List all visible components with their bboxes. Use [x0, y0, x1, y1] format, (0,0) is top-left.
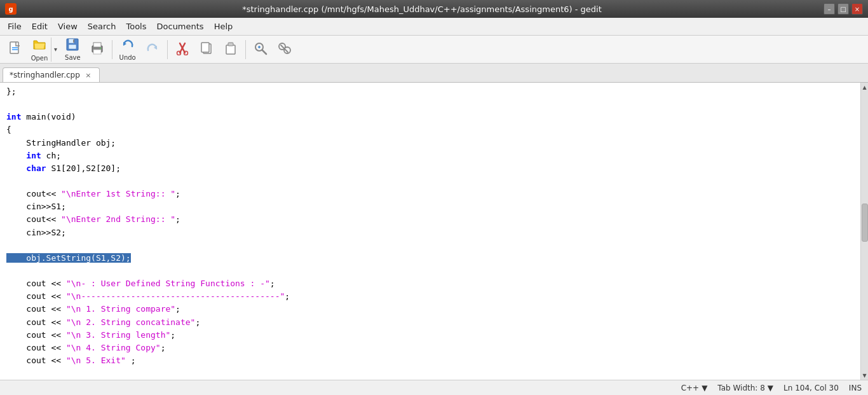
status-language[interactable]: C++ ▼	[681, 384, 708, 392]
svg-rect-18	[201, 43, 209, 52]
svg-rect-6	[73, 39, 74, 43]
toolbar-separator-1	[112, 40, 112, 59]
window-title: *stringhandler.cpp (/mnt/hgfs/Mahesh_Udd…	[20, 4, 824, 14]
save-button[interactable]: Save	[61, 38, 85, 62]
open-dropdown-arrow[interactable]: ▾	[51, 38, 60, 62]
scroll-track[interactable]	[861, 92, 869, 371]
code-line: int ch;	[0, 149, 860, 162]
menu-file[interactable]: File	[3, 19, 27, 34]
maximize-button[interactable]: □	[837, 3, 849, 15]
menu-search[interactable]: Search	[83, 19, 121, 34]
code-line: cout << "\n 5. Exit" ;	[0, 354, 860, 367]
code-line: {	[0, 123, 860, 136]
svg-rect-20	[228, 43, 233, 46]
chevron-down-icon: ▾	[54, 46, 57, 53]
code-line: cout << "\n 2. String concatinate";	[0, 316, 860, 329]
code-line: cout << "\n-----------------------------…	[0, 290, 860, 303]
paste-button[interactable]	[219, 38, 242, 62]
toolbar: Open ▾ Save	[0, 36, 868, 64]
print-icon	[90, 41, 104, 57]
code-line: char S1[20],S2[20];	[0, 162, 860, 175]
code-line	[0, 98, 860, 111]
svg-point-10	[99, 48, 100, 49]
statusbar: C++ ▼ Tab Width: 8 ▼ Ln 104, Col 30 INS	[0, 380, 868, 395]
code-line: obj.SetString(S1,S2);	[0, 252, 860, 265]
code-line: cout << "\n 4. String Copy";	[0, 342, 860, 354]
open-button[interactable]: Open ▾	[28, 38, 60, 62]
code-line: cout << "\n 3. String length";	[0, 329, 860, 342]
svg-line-28	[281, 45, 284, 48]
code-line: cin>>S2;	[0, 226, 860, 239]
code-line	[0, 239, 860, 252]
app-icon: g	[5, 3, 17, 15]
replace-button[interactable]	[273, 38, 296, 62]
tab-label: *stringhandler.cpp	[10, 71, 80, 80]
save-icon	[65, 38, 79, 53]
editor-container: }; int main(void){ StringHandler obj; in…	[0, 83, 868, 380]
svg-rect-8	[93, 43, 101, 47]
paste-icon	[224, 41, 238, 57]
menu-view[interactable]: View	[53, 19, 83, 34]
tab-close-button[interactable]: ×	[84, 71, 93, 80]
svg-rect-19	[226, 45, 235, 54]
menu-documents[interactable]: Documents	[152, 19, 209, 34]
minimize-button[interactable]: –	[824, 3, 835, 15]
svg-line-22	[262, 50, 266, 54]
scroll-thumb[interactable]	[862, 204, 868, 242]
redo-button[interactable]	[141, 38, 164, 62]
window-controls: – □ ×	[824, 3, 863, 15]
close-button[interactable]: ×	[851, 3, 863, 15]
new-button[interactable]	[4, 38, 27, 62]
code-line: cout << "\n- : User Defined String Funct…	[0, 277, 860, 290]
cut-icon	[175, 41, 189, 57]
menu-tools[interactable]: Tools	[121, 19, 151, 34]
status-tab-width[interactable]: Tab Width: 8 ▼	[717, 384, 773, 392]
replace-icon	[278, 41, 292, 57]
code-area: }; int main(void){ StringHandler obj; in…	[0, 83, 860, 380]
code-line: cout<< "\nEnter 1st String:: ";	[0, 188, 860, 200]
undo-icon	[121, 38, 135, 53]
svg-rect-5	[69, 45, 76, 49]
svg-line-27	[285, 49, 288, 52]
code-line: cin>>S1;	[0, 200, 860, 213]
new-icon	[8, 41, 22, 57]
editor-scroll[interactable]: }; int main(void){ StringHandler obj; in…	[0, 83, 860, 380]
find-icon	[254, 41, 268, 57]
code-line	[0, 175, 860, 188]
svg-point-26	[284, 47, 290, 53]
menu-edit[interactable]: Edit	[27, 19, 53, 34]
undo-button[interactable]: Undo	[116, 38, 140, 62]
cut-button[interactable]	[171, 38, 194, 62]
code-line: cout << "\n 1. String compare";	[0, 303, 860, 315]
copy-icon	[200, 41, 214, 57]
copy-button[interactable]	[195, 38, 218, 62]
toolbar-separator-3	[245, 40, 246, 59]
toolbar-separator-2	[167, 40, 168, 59]
menubar: File Edit View Search Tools Documents He…	[0, 18, 868, 36]
find-button[interactable]	[249, 38, 272, 62]
print-button[interactable]	[86, 38, 109, 62]
titlebar: g *stringhandler.cpp (/mnt/hgfs/Mahesh_U…	[0, 0, 868, 18]
status-position: Ln 104, Col 30	[783, 384, 839, 392]
code-line: };	[0, 85, 860, 98]
vertical-scrollbar[interactable]: ▲ ▼	[860, 83, 868, 380]
tab-stringhandler[interactable]: *stringhandler.cpp ×	[3, 67, 100, 82]
code-line: StringHandler obj;	[0, 137, 860, 149]
scroll-down-arrow[interactable]: ▼	[861, 371, 869, 380]
code-line: int main(void)	[0, 111, 860, 123]
scroll-up-arrow[interactable]: ▲	[861, 83, 869, 92]
code-line	[0, 367, 860, 380]
svg-rect-9	[93, 50, 101, 54]
status-mode: INS	[849, 384, 862, 392]
tabbar: *stringhandler.cpp ×	[0, 64, 868, 83]
open-icon	[32, 38, 46, 54]
menu-help[interactable]: Help	[209, 19, 238, 34]
code-line	[0, 265, 860, 277]
redo-icon	[146, 41, 159, 57]
code-line: cout<< "\nEnter 2nd String:: ";	[0, 213, 860, 226]
